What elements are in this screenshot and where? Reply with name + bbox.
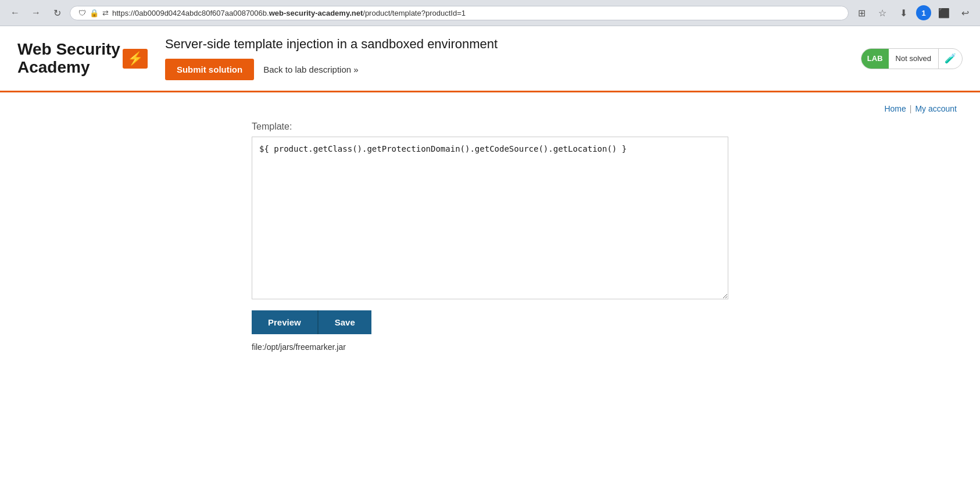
template-textarea[interactable] <box>252 137 728 299</box>
back-button[interactable]: ← <box>7 5 23 21</box>
back-to-top-icon[interactable]: ↩ <box>957 5 973 21</box>
profile-button[interactable]: 1 <box>916 5 931 20</box>
form-buttons: Preview Save <box>252 310 728 334</box>
logo: Web SecurityAcademy ⚡ <box>17 41 148 77</box>
form-section: Template: Preview Save file:/opt/jars/fr… <box>252 121 728 352</box>
qr-icon[interactable]: ⊞ <box>853 5 870 21</box>
lock-icon: 🔒 <box>90 9 99 17</box>
logo-text: Web SecurityAcademy <box>17 40 120 76</box>
tracking-icon: ⇄ <box>102 9 109 17</box>
preview-button[interactable]: Preview <box>252 310 317 334</box>
home-link[interactable]: Home <box>884 104 906 113</box>
extensions-icon[interactable]: ⬛ <box>936 5 952 21</box>
my-account-link[interactable]: My account <box>915 104 957 113</box>
nav-separator: | <box>910 104 912 113</box>
lab-badge-status: Not solved <box>889 49 938 69</box>
header-actions: Submit solution Back to lab description … <box>165 59 843 80</box>
lab-title: Server-side template injection in a sand… <box>165 37 843 52</box>
shield-icon: 🛡 <box>78 9 86 17</box>
lab-badge-label: LAB <box>861 49 889 69</box>
main-content: Home | My account Template: Preview Save… <box>0 92 980 369</box>
address-bar[interactable]: 🛡 🔒 ⇄ https://0ab0009d0424abdc80f607aa00… <box>70 6 849 20</box>
browser-chrome: ← → ↻ 🛡 🔒 ⇄ https://0ab0009d0424abdc80f6… <box>0 0 980 26</box>
save-button[interactable]: Save <box>317 310 371 334</box>
submit-solution-button[interactable]: Submit solution <box>165 59 254 80</box>
forward-button[interactable]: → <box>28 5 44 21</box>
header-content: Server-side template injection in a sand… <box>165 37 843 80</box>
logo-bolt-icon: ⚡ <box>123 49 148 69</box>
reload-button[interactable]: ↻ <box>49 5 65 21</box>
top-nav: Home | My account <box>884 104 957 113</box>
download-icon[interactable]: ⬇ <box>895 5 911 21</box>
site-header: Web SecurityAcademy ⚡ Server-side templa… <box>0 26 980 92</box>
template-label: Template: <box>252 121 728 132</box>
result-text: file:/opt/jars/freemarker.jar <box>252 342 728 352</box>
lab-flask-icon[interactable]: 🧪 <box>938 49 962 69</box>
back-to-lab-link[interactable]: Back to lab description » <box>263 65 358 74</box>
lab-badge: LAB Not solved 🧪 <box>861 48 963 69</box>
browser-toolbar: ⊞ ☆ ⬇ 1 ⬛ ↩ <box>853 5 973 21</box>
bookmark-icon[interactable]: ☆ <box>874 5 890 21</box>
url-text: https://0ab0009d0424abdc80f607aa0087006b… <box>112 9 466 17</box>
